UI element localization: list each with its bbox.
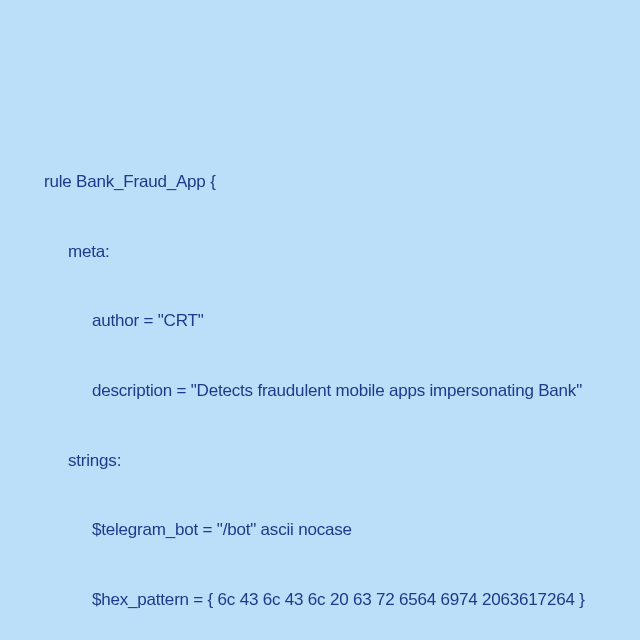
- yara-rule-code: rule Bank_Fraud_App { meta: author = "CR…: [44, 130, 596, 640]
- rule-keyword: rule: [44, 172, 72, 191]
- rule-declaration: rule Bank_Fraud_App {: [44, 165, 596, 200]
- open-brace: {: [210, 172, 215, 191]
- meta-description-line: description = "Detects fraudulent mobile…: [44, 374, 596, 409]
- meta-author-line: author = "CRT": [44, 304, 596, 339]
- meta-section-header: meta:: [44, 235, 596, 270]
- string-telegram-line: $telegram_bot = "/bot" ascii nocase: [44, 513, 596, 548]
- strings-section-header: strings:: [44, 444, 596, 479]
- rule-name: Bank_Fraud_App: [76, 172, 206, 191]
- string-hex-line: $hex_pattern = { 6c 43 6c 43 6c 20 63 72…: [44, 583, 596, 618]
